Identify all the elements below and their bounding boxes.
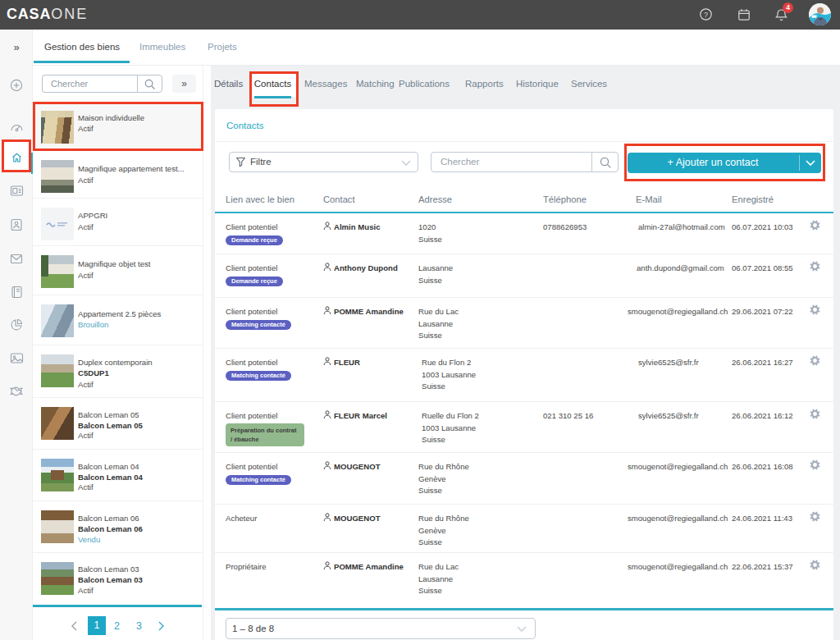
svg-text:?: ? [704, 11, 708, 19]
